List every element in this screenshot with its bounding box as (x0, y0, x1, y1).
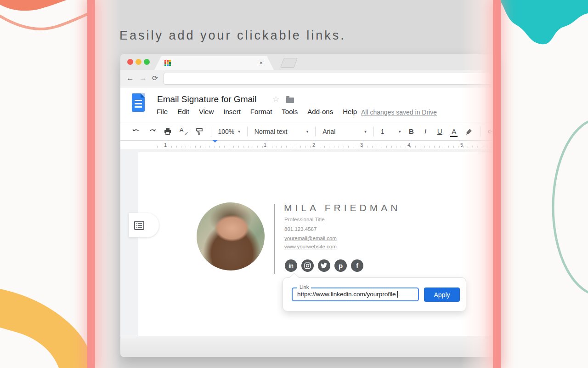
docs-header: Email Signature for Gmail ☆ File Edit Vi… (120, 87, 496, 122)
browser-tab-bar: × (120, 54, 496, 70)
apply-button[interactable]: Apply (424, 288, 460, 302)
bold-button[interactable]: B (407, 127, 415, 135)
menu-addons[interactable]: Add-ons (307, 108, 333, 115)
menu-insert[interactable]: Insert (223, 108, 241, 115)
underline-button[interactable]: U (436, 127, 443, 135)
social-icons-row: in p f (285, 259, 363, 272)
docs-toolbar: A ✓ 100% ▾ Normal text ▾ Arial ▾ 1 ▾ B I… (120, 122, 496, 141)
link-popup: Link https://www.linkedin.com/yourprofil… (283, 277, 466, 311)
menu-edit[interactable]: Edit (177, 108, 189, 115)
toolbar-divider (211, 126, 211, 137)
toolbar-divider (480, 126, 481, 137)
chevron-down-icon: ▾ (306, 129, 309, 134)
linkedin-icon[interactable]: in (285, 259, 297, 272)
ruler-number: 5 (460, 142, 463, 148)
coral-curve-line (0, 11, 94, 29)
font-size-select[interactable]: 1 ▾ (381, 128, 401, 135)
signature-phone: 801.123.4567 (284, 226, 317, 232)
signature-website-link[interactable]: www.yourwebsite.com (284, 244, 337, 249)
slide-headline: Easily add your clickable links. (119, 29, 346, 43)
pinterest-icon[interactable]: p (334, 259, 347, 272)
profile-photo (197, 202, 265, 270)
document-outline-button[interactable] (129, 213, 159, 237)
amber-band (0, 289, 91, 368)
redo-icon[interactable] (148, 127, 157, 136)
zoom-select[interactable]: 100% ▾ (218, 128, 240, 135)
menu-view[interactable]: View (199, 108, 214, 115)
move-folder-icon[interactable] (286, 98, 294, 103)
pink-frame-bar-left (87, 0, 95, 368)
menu-bar: File Edit View Insert Format Tools Add-o… (157, 108, 357, 115)
reload-icon[interactable]: ⟳ (152, 74, 158, 82)
coral-blob (0, 0, 67, 11)
document-title[interactable]: Email Signature for Gmail (157, 94, 256, 104)
pink-frame-bar-right (493, 0, 501, 368)
highlight-pen-icon[interactable] (464, 127, 473, 136)
ruler-number: 3 (360, 142, 363, 148)
ruler-number: 4 (407, 142, 410, 148)
signature-divider (274, 204, 275, 274)
ruler-number: 1 (164, 142, 167, 148)
star-icon[interactable]: ☆ (272, 94, 279, 104)
twitter-icon[interactable] (318, 259, 330, 272)
menu-format[interactable]: Format (250, 108, 272, 115)
paint-format-icon[interactable] (195, 127, 204, 136)
url-input[interactable] (164, 73, 492, 85)
text-cursor (397, 291, 398, 298)
text-style-select[interactable]: Normal text ▾ (254, 128, 308, 135)
ruler-number: 2 (312, 142, 315, 148)
link-input[interactable]: Link https://www.linkedin.com/yourprofil… (292, 288, 419, 301)
menu-help[interactable]: Help (343, 108, 357, 115)
link-input-label: Link (297, 284, 311, 290)
close-window-button[interactable] (127, 59, 133, 65)
window-bottom-bar (120, 336, 496, 357)
forward-icon[interactable]: → (139, 74, 147, 83)
instagram-icon[interactable] (301, 259, 314, 272)
toolbar-divider (247, 126, 248, 137)
text-color-button[interactable]: A (450, 127, 458, 135)
italic-button[interactable]: I (422, 127, 429, 135)
tab-close-icon[interactable]: × (259, 59, 263, 67)
sage-outline-blob (553, 119, 588, 295)
back-icon[interactable]: ← (126, 74, 134, 83)
signature-job-title: Professional Title (284, 217, 325, 222)
save-status-link[interactable]: All changes saved in Drive (361, 109, 437, 116)
browser-tab[interactable]: × (154, 56, 274, 70)
font-select[interactable]: Arial ▾ (322, 128, 366, 135)
undo-icon[interactable] (132, 127, 141, 136)
menu-tools[interactable]: Tools (282, 108, 298, 115)
link-input-value: https://www.linkedin.com/yourprofile (297, 291, 396, 298)
signature-email-link[interactable]: youremail@email.com (284, 236, 337, 241)
print-icon[interactable] (164, 127, 172, 136)
toolbar-divider (373, 126, 374, 137)
spellcheck-icon[interactable]: A ✓ (179, 127, 188, 136)
ruler-number: 1 (264, 142, 266, 148)
chevron-down-icon: ▾ (364, 129, 367, 134)
ruler: 1 1 2 3 4 5 (120, 141, 496, 150)
zoom-window-button[interactable] (144, 59, 150, 65)
ruler-ticks (157, 146, 494, 148)
new-tab-button[interactable] (280, 58, 298, 68)
chevron-down-icon: ▾ (399, 129, 401, 134)
outline-list-icon (134, 220, 145, 230)
minimize-window-button[interactable] (136, 59, 141, 65)
menu-file[interactable]: File (157, 108, 168, 115)
teal-blob (500, 0, 588, 44)
chevron-down-icon: ▾ (238, 129, 240, 134)
facebook-icon[interactable]: f (351, 259, 363, 272)
browser-nav-bar: ← → ⟳ (120, 70, 496, 87)
google-docs-icon (132, 93, 145, 112)
signature-name: MILA FRIEDMAN (284, 202, 401, 213)
google-apps-favicon (164, 60, 171, 66)
toolbar-divider (315, 126, 316, 137)
